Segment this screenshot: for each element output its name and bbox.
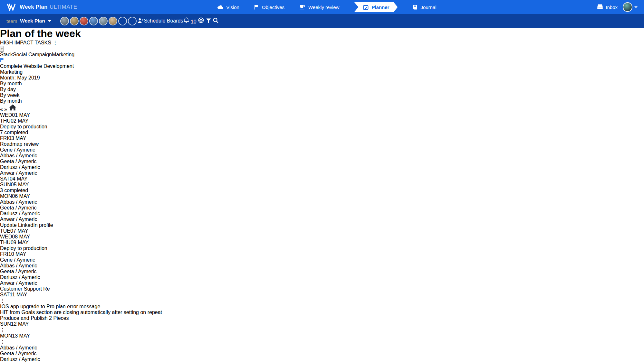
month-title-label: Month: May 2019 — [0, 75, 40, 80]
help-icon[interactable] — [198, 19, 206, 24]
tab-vision[interactable]: Vision — [217, 5, 239, 10]
task-item[interactable]: Roadmap review — [0, 141, 644, 147]
chevron-down-icon — [48, 20, 51, 22]
tab-label: Vision — [226, 5, 239, 10]
view-mode-menu: By dayBy weekBy month — [0, 87, 644, 104]
member-avatar[interactable] — [70, 17, 79, 25]
planner-area: Month: May 2019 By month By dayBy weekBy… — [0, 75, 644, 362]
add-member-button[interactable] — [138, 18, 144, 24]
task-item[interactable]: Customer Support Re — [0, 286, 644, 292]
cloud-icon — [217, 5, 223, 9]
member-avatar[interactable] — [60, 17, 69, 25]
team-switcher[interactable]: team Week Plan — [6, 18, 51, 24]
task-item-label: Produce and Publish 2 Pieces — [0, 315, 634, 321]
view-menu-item-by-month[interactable]: By month — [0, 98, 644, 104]
task-item[interactable]: Abbas / Aymeric — [0, 199, 644, 205]
hit-card-list: StackSocial CampaignMarketingComplete We… — [0, 52, 644, 75]
search-icon[interactable] — [213, 19, 219, 24]
task-item[interactable]: Geeta / Aymeric — [0, 351, 644, 357]
task-item-label: Roadmap review — [0, 141, 39, 147]
day-menu-icon[interactable]: ⋮ — [0, 339, 5, 345]
tab-boards[interactable]: Boards — [167, 18, 183, 23]
task-item[interactable]: HIT from Goals section are closing autom… — [0, 310, 644, 315]
task-card-row: StackSocial CampaignMarketing — [0, 52, 644, 63]
team-name: Week Plan — [20, 18, 45, 24]
task-item[interactable]: IOS app upgrade to Pro plan error messag… — [0, 304, 644, 310]
task-item[interactable]: Geeta / Aymeric — [0, 159, 644, 164]
view-mode-selector[interactable]: By month — [0, 81, 644, 87]
day-date: 11 MAY — [10, 292, 27, 297]
task-item[interactable]: Anwar / Aymeric — [0, 170, 644, 176]
day-cell-wed-08-may[interactable]: WED08 MAY — [0, 234, 644, 240]
month-title[interactable]: Month: May 2019 — [0, 75, 644, 81]
task-card-body: StackSocial CampaignMarketing — [0, 52, 644, 63]
inbox-link[interactable]: Inbox — [597, 4, 618, 10]
tab-weekly-review[interactable]: Weekly review — [299, 5, 339, 10]
prev-period-button[interactable]: « — [0, 107, 3, 112]
view-menu-item-by-week[interactable]: By week — [0, 92, 644, 98]
day-cell-fri-03-may[interactable]: FRI03 MAYRoadmap reviewGene / AymericAbb… — [0, 135, 644, 176]
member-avatar[interactable] — [109, 17, 117, 25]
task-item[interactable]: Geeta / Aymeric — [0, 269, 644, 274]
task-item[interactable]: Deploy to production — [0, 124, 644, 130]
view-menu-item-by-day[interactable]: By day — [0, 87, 644, 92]
add-task-button[interactable]: + — [0, 46, 4, 52]
day-header: THU02 MAY — [0, 118, 644, 124]
member-avatar[interactable] — [89, 17, 98, 25]
day-cell-fri-10-may[interactable]: FRI10 MAYGene / AymericAbbas / AymericGe… — [0, 251, 644, 292]
task-item[interactable]: Dariusz / Aymeric — [0, 274, 644, 280]
day-cell-thu-09-may[interactable]: THU09 MAYDeploy to production — [0, 240, 644, 251]
user-menu[interactable] — [623, 2, 638, 12]
day-cell-sat-04-may[interactable]: SAT04 MAY — [0, 176, 644, 182]
panel-menu-icon[interactable]: ⋮ — [53, 40, 58, 45]
day-of-week: SAT — [0, 292, 10, 297]
day-task-list: Roadmap reviewGene / AymericAbbas / Ayme… — [0, 141, 644, 176]
day-menu-icon[interactable]: ⋮ — [0, 298, 5, 303]
task-item[interactable]: Deploy to production — [0, 246, 644, 251]
task-item[interactable]: Dariusz / Aymeric — [0, 164, 644, 170]
hit-task-card[interactable]: Complete Website DevelopmentMarketing — [0, 63, 644, 75]
task-item[interactable]: Update LinkedIn profile — [0, 222, 644, 228]
task-item[interactable]: Anwar / Aymeric — [0, 280, 644, 286]
sidebar-title: Plan of the week — [0, 28, 644, 40]
day-cell-tue-07-may[interactable]: TUE07 MAY — [0, 228, 644, 234]
member-avatar[interactable] — [128, 17, 137, 25]
tab-objectives[interactable]: Objectives — [254, 5, 284, 10]
member-avatar[interactable] — [118, 17, 127, 25]
inbox-icon — [597, 4, 603, 10]
day-menu-icon[interactable]: ⋮ — [0, 327, 5, 333]
task-item[interactable]: Dariusz / Aymeric — [0, 357, 644, 362]
day-cell-sun-12-may[interactable]: SUN12 MAY⋮ — [0, 321, 644, 333]
completed-toggle[interactable]: 3 completed — [0, 188, 644, 193]
hit-task-card[interactable]: StackSocial CampaignMarketing — [0, 52, 644, 63]
task-item[interactable]: Abbas / Aymeric — [0, 153, 644, 159]
user-avatar — [623, 2, 632, 12]
task-item[interactable]: Dariusz / Aymeric — [0, 211, 644, 217]
task-item[interactable]: Gene / Aymeric — [0, 257, 644, 263]
tab-schedule[interactable]: Schedule — [144, 18, 166, 23]
day-cell-sat-11-may[interactable]: SAT11 MAY⋮IOS app upgrade to Pro plan er… — [0, 292, 644, 321]
home-icon[interactable] — [9, 107, 17, 112]
day-cell-mon-06-may[interactable]: MON06 MAYAbbas / AymericGeeta / AymericD… — [0, 193, 644, 228]
member-avatar[interactable] — [80, 17, 88, 25]
day-cell-thu-02-may[interactable]: THU02 MAYDeploy to production7 completed — [0, 118, 644, 135]
tab-planner[interactable]: Planner — [354, 2, 398, 12]
task-item[interactable]: Gene / Aymeric — [0, 147, 644, 153]
task-item[interactable]: Anwar / Aymeric — [0, 217, 644, 222]
completed-toggle[interactable]: 7 completed — [0, 130, 644, 135]
task-item[interactable]: Abbas / Aymeric — [0, 345, 644, 351]
task-item[interactable]: Abbas / Aymeric — [0, 263, 644, 269]
next-period-button[interactable]: » — [4, 107, 7, 112]
day-cell-wed-01-may[interactable]: WED01 MAY — [0, 112, 644, 118]
day-header: WED01 MAY — [0, 112, 644, 118]
filter-icon[interactable] — [206, 19, 213, 24]
task-item[interactable]: Produce and Publish 2 Pieces — [0, 315, 644, 321]
member-avatar[interactable] — [99, 17, 108, 25]
day-cell-mon-13-may[interactable]: MON13 MAY⋮Abbas / AymericGeeta / Aymeric… — [0, 333, 644, 362]
task-item[interactable]: Geeta / Aymeric — [0, 205, 644, 211]
task-item-label: Abbas / Aymeric — [0, 153, 37, 158]
completed-label: 7 completed — [0, 130, 28, 135]
notifications-button[interactable]: 10 — [183, 19, 198, 24]
tab-journal[interactable]: Journal — [412, 5, 436, 10]
day-cell-sun-05-may[interactable]: SUN05 MAY3 completed — [0, 182, 644, 193]
